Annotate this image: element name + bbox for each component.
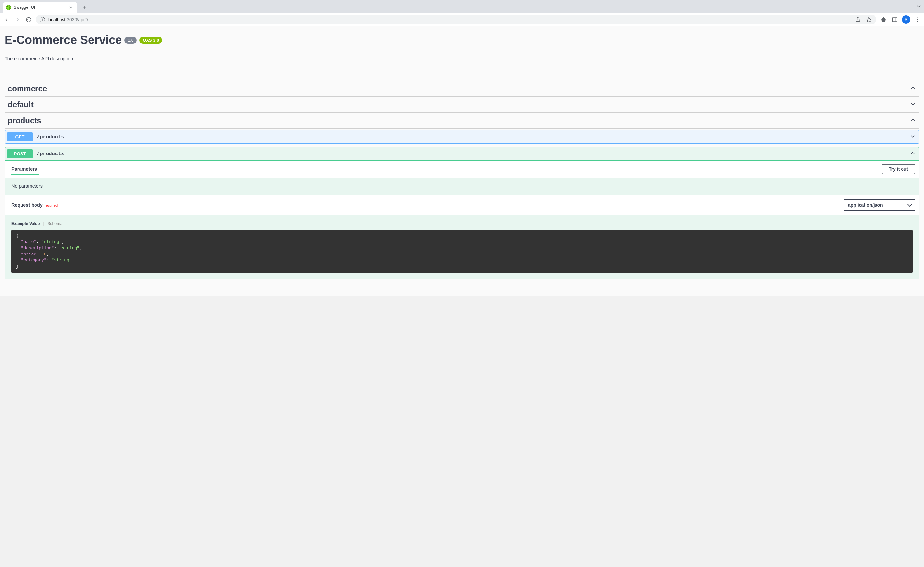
reload-button[interactable] [25,16,33,24]
parameters-heading: Parameters [11,167,37,172]
try-it-out-button[interactable]: Try it out [882,164,915,174]
browser-toolbar: i localhost:3030/api#/ S [0,13,924,26]
svg-marker-1 [866,17,871,21]
chevron-up-icon [910,117,916,125]
close-tab-icon[interactable]: ✕ [68,5,74,10]
tag-name: default [8,100,33,109]
chevron-up-icon [909,150,916,158]
operation-summary[interactable]: GET /products [5,130,919,143]
chevron-up-icon [910,85,916,93]
page-header: E-Commerce Service 1.0 OAS 3.0 The e-com… [4,26,920,65]
svg-point-6 [917,21,918,21]
site-info-icon[interactable]: i [40,17,45,22]
tag-header-commerce[interactable]: commerce [4,81,920,96]
url-text: localhost:3030/api#/ [48,17,88,22]
tag-section-default: default [4,97,920,113]
svg-point-4 [917,17,918,18]
bookmark-star-icon[interactable] [865,16,873,24]
tag-section-products: products GET /products [4,113,920,279]
oas-badge: OAS 3.0 [140,37,162,44]
operation-post-products: POST /products Parameters Try it out No … [4,147,920,279]
svg-point-5 [917,19,918,20]
forward-button [14,16,21,24]
content-type-select[interactable]: application/json [844,199,915,211]
request-body-heading: Request body [11,202,43,208]
address-bar-actions [854,16,873,24]
tab-title: Swagger UI [14,5,65,10]
new-tab-button[interactable]: + [80,3,89,12]
example-json-block: { "name": "string", "description": "stri… [11,230,913,273]
address-bar[interactable]: i localhost:3030/api#/ [36,15,876,24]
operation-path: /products [37,151,64,157]
swagger-page: E-Commerce Service 1.0 OAS 3.0 The e-com… [0,26,924,296]
swagger-favicon-icon: { } [6,5,11,10]
share-icon[interactable] [854,16,861,24]
tab-overflow-icon[interactable] [915,3,922,11]
chevron-down-icon [910,101,916,108]
browser-tab[interactable]: { } Swagger UI ✕ [3,2,78,13]
avatar-letter: S [905,17,908,22]
operation-summary[interactable]: POST /products [5,147,919,160]
side-panel-icon[interactable] [891,16,898,24]
schema-tab[interactable]: Schema [48,221,63,226]
chevron-down-icon [909,133,916,141]
extensions-icon[interactable] [880,16,888,24]
tag-list: commerce default products [4,81,920,279]
kebab-menu-icon[interactable] [914,16,921,24]
operation-path: /products [37,134,64,140]
operation-get-products: GET /products [4,130,920,144]
version-badge: 1.0 [124,37,137,44]
no-parameters-text: No parameters [5,177,919,194]
content-type-select-wrap: application/json [844,199,915,211]
method-badge-post: POST [7,149,33,158]
tag-section-commerce: commerce [4,81,920,97]
tag-header-products[interactable]: products [4,113,920,129]
tab-divider: | [43,221,44,226]
example-tabs: Example Value | Schema [5,215,919,228]
required-label: required [45,203,58,207]
example-value-tab[interactable]: Example Value [11,221,40,226]
tag-name: commerce [8,84,47,93]
operation-list: GET /products POST /products [4,129,920,279]
operation-body: Parameters Try it out No parameters Requ… [5,160,919,273]
svg-rect-2 [892,18,897,21]
api-title: E-Commerce Service [4,33,122,47]
tab-strip: { } Swagger UI ✕ + [0,0,924,13]
url-host: localhost [48,17,66,22]
tag-name: products [8,116,41,125]
method-badge-get: GET [7,132,33,141]
url-rest: :3030/api#/ [66,17,88,22]
tag-header-default[interactable]: default [4,97,920,113]
browser-chrome: { } Swagger UI ✕ + i localhost:3030/api#… [0,0,924,26]
parameters-heading-row: Parameters Try it out [5,161,919,177]
back-button[interactable] [3,16,10,24]
request-body-heading-row: Request body required application/json [5,194,919,215]
profile-avatar[interactable]: S [902,15,910,24]
api-description: The e-commerce API description [4,56,920,61]
